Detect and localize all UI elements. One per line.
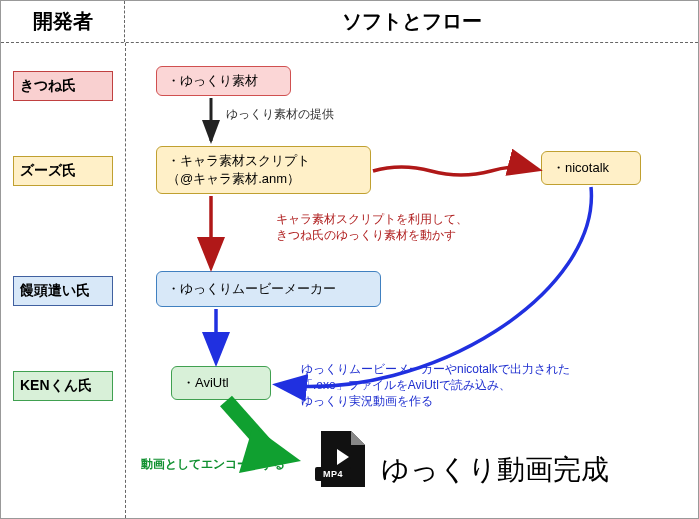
node-label-line1: ・キャラ素材スクリプト — [167, 152, 310, 170]
node-yukkuri-movie-maker: ・ゆっくりムービーメーカー — [156, 271, 381, 307]
node-label: ・ゆっくり素材 — [167, 72, 258, 90]
mp4-file-icon: MP4 — [321, 431, 365, 487]
annotation-line: ゆっくりムービーメーカーやnicotalkで出力された — [301, 361, 570, 377]
developer-kitsune: きつね氏 — [13, 71, 113, 101]
node-label: ・ゆっくりムービーメーカー — [167, 280, 336, 298]
node-label-line2: （@キャラ素材.anm） — [167, 170, 310, 188]
node-chara-script: ・キャラ素材スクリプト （@キャラ素材.anm） — [156, 146, 371, 194]
annotation-line: キャラ素材スクリプトを利用して、 — [276, 211, 468, 227]
header-soft-flow: ソフトとフロー — [125, 1, 698, 42]
header-developer: 開発者 — [1, 1, 125, 42]
annotation-line: 「.exo」ファイルをAviUtlで読み込み、 — [301, 377, 570, 393]
annotation-aviutl-exo: ゆっくりムービーメーカーやnicotalkで出力された 「.exo」ファイルをA… — [301, 361, 570, 410]
node-nicotalk: ・nicotalk — [541, 151, 641, 185]
developer-zuzu: ズーズ氏 — [13, 156, 113, 186]
mp4-badge: MP4 — [315, 467, 351, 481]
arrow-script-to-nicotalk — [373, 167, 536, 175]
annotation-line: ゆっくり実況動画を作る — [301, 393, 570, 409]
column-divider — [125, 43, 126, 518]
annotation-encode: 動画としてエンコードする — [141, 456, 285, 472]
final-output-label: ゆっくり動画完成 — [381, 451, 609, 489]
node-aviutl: ・AviUtl — [171, 366, 271, 400]
diagram-canvas: 開発者 ソフトとフロー きつね氏 ズーズ氏 饅頭遣い氏 KENくん氏 ・ゆっくり… — [0, 0, 699, 519]
developer-ken: KENくん氏 — [13, 371, 113, 401]
node-label: ・nicotalk — [552, 159, 609, 177]
annotation-provide-material: ゆっくり素材の提供 — [226, 106, 334, 122]
node-label: ・AviUtl — [182, 374, 229, 392]
header-row: 開発者 ソフトとフロー — [1, 1, 698, 43]
node-yukkuri-material: ・ゆっくり素材 — [156, 66, 291, 96]
annotation-script-use: キャラ素材スクリプトを利用して、 きつね氏のゆっくり素材を動かす — [276, 211, 468, 243]
developer-manju: 饅頭遣い氏 — [13, 276, 113, 306]
annotation-line: きつね氏のゆっくり素材を動かす — [276, 227, 468, 243]
